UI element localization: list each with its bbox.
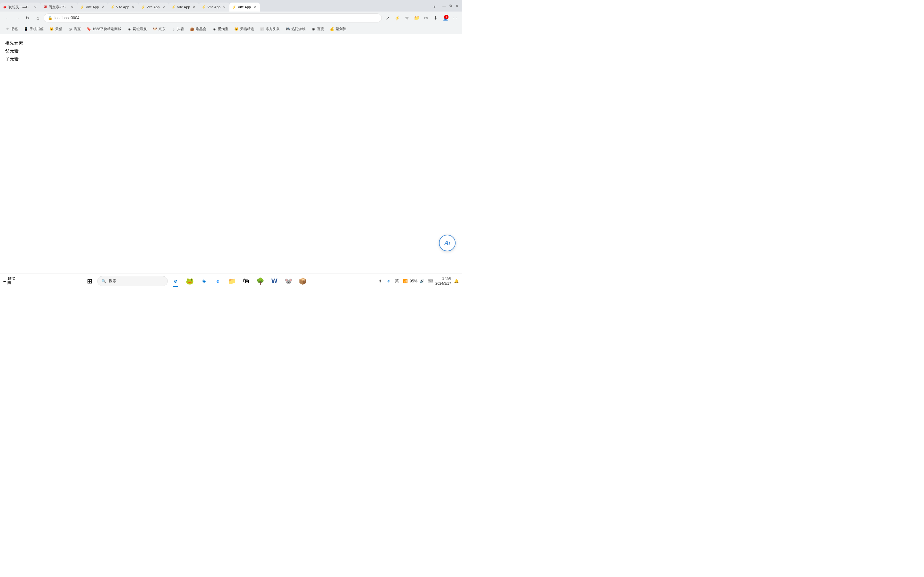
weather-widget[interactable]: ☁ 15°C 阴 [3,277,15,285]
tab-lx[interactable]: 联联想头一—C...✕ [0,3,40,11]
tab-vite4-close[interactable]: ✕ [191,5,196,10]
minimize-button[interactable]: — [441,3,447,8]
taskbar-center: ⊞ 🔍 搜索 e 🐸 ◈ e 📁 🛍 🌳 W 🐭 📦 [17,275,376,287]
bm-shuqian-icon: ☆ [5,27,10,31]
bm-tianmaojingxuan-icon: 🐱 [234,27,239,31]
bm-tianmaojingxuan[interactable]: 🐱天猫精选 [232,26,257,33]
tab-vite6-close[interactable]: ✕ [252,5,257,10]
taskbar-app-store[interactable]: 🛍 [240,275,252,287]
taskbar-app-ie[interactable]: e [212,275,224,287]
bm-shoujishuqian-label: 手机书签 [29,27,44,31]
tab-vite2-close[interactable]: ✕ [131,5,136,10]
favorite-button[interactable]: ☆ [402,13,411,23]
start-icon: ⊞ [87,277,92,285]
bm-baidu-icon: ◉ [311,27,316,31]
bm-jingdong[interactable]: 🐶京东 [150,26,168,33]
start-button[interactable]: ⊞ [83,275,96,287]
bm-taobao[interactable]: ◎淘宝 [65,26,83,33]
tab-vite5-title: Vite App [207,5,220,9]
screenshot-button[interactable]: ✂ [422,13,431,23]
download-button[interactable]: ⬇ [431,13,440,23]
share-button[interactable]: ↗ [383,13,392,23]
bm-shoujishuqian-icon: 📱 [24,27,28,31]
bm-dongfang-label: 东方头条 [266,27,280,31]
address-bar[interactable]: 🔒 localhost:3004 [44,13,382,23]
tab-lx-close[interactable]: ✕ [33,5,38,10]
tray-icon-unknown[interactable]: ⬆ [377,278,383,284]
weather-temp: 15°C [7,277,15,280]
tab-vite2[interactable]: ⚡Vite App✕ [108,3,138,11]
tray-icon-keyboard[interactable]: 英 [394,278,400,284]
bm-wangzhi[interactable]: ◈网址导航 [124,26,150,33]
taskbar-search[interactable]: 🔍 搜索 [97,276,168,286]
ai-fab-button[interactable]: Ai [439,235,456,251]
nav-bar: ← → ↻ ⌂ 🔒 localhost:3004 ↗ ⚡ ☆ 📁 ✂ ⬇ 👤 1… [0,11,462,24]
bm-shuqian[interactable]: ☆书签 [3,26,21,33]
bm-tianmao[interactable]: 🐱天猫 [47,26,65,33]
tab-xw-close[interactable]: ✕ [69,5,75,10]
home-button[interactable]: ⌂ [33,13,42,23]
bm-aitaobao-label: 爱淘宝 [218,27,228,31]
taskbar-app-winrar[interactable]: 📦 [296,275,309,287]
bm-wangzhi-icon: ◈ [127,27,132,31]
taskbar: ☁ 15°C 阴 ⊞ 🔍 搜索 e 🐸 ◈ e 📁 � [0,273,462,288]
bm-aitaobao[interactable]: ◈爱淘宝 [210,26,231,33]
system-clock[interactable]: 17:56 2024/3/17 [435,276,451,286]
bm-shoujishuqian[interactable]: 📱手机书签 [21,26,46,33]
bm-youxi-icon: 🎮 [286,27,290,31]
tab-xw[interactable]: 写写文章-CS...✕ [40,3,78,11]
bm-jingdong-icon: 🐶 [153,27,157,31]
taskbar-app-word[interactable]: W [268,275,281,287]
tab-vite6[interactable]: ⚡Vite App✕ [229,3,260,11]
taskbar-app-sourcetree[interactable]: 🌳 [254,275,267,287]
tab-vite1-close[interactable]: ✕ [100,5,105,10]
collections-button[interactable]: 📁 [412,13,421,23]
bm-youxi[interactable]: 🎮热门游戏 [283,26,308,33]
close-button[interactable]: ✕ [454,3,459,8]
settings-button[interactable]: ⋯ [451,13,459,23]
forward-button[interactable]: → [13,13,22,23]
new-tab-button[interactable]: + [430,3,439,11]
refresh-button[interactable]: ↻ [23,13,32,23]
bm-weipin[interactable]: 👜唯品会 [187,26,209,33]
tab-vite5-close[interactable]: ✕ [222,5,227,10]
tray-icon-input[interactable]: ⌨ [427,278,433,284]
tab-vite5[interactable]: ⚡Vite App✕ [199,3,229,11]
bm-1688[interactable]: 🔖1688平价精选商城 [84,26,124,33]
tab-vite4[interactable]: ⚡Vite App✕ [169,3,199,11]
taskbar-app-frog[interactable]: 🐸 [183,275,196,287]
clock-date: 2024/3/17 [435,281,451,286]
restore-button[interactable]: ⧉ [448,3,453,8]
bm-jusuan[interactable]: 💰聚划算 [327,26,349,33]
nav-actions: ↗ ⚡ ☆ 📁 ✂ ⬇ 👤 1 ⋯ [383,13,459,23]
tab-vite3-favicon: ⚡ [141,5,145,9]
tray-icon-wifi[interactable]: 📶 [402,278,409,284]
bm-dongfang-icon: 📰 [260,27,264,31]
tray-icon-edge[interactable]: e [385,278,392,284]
taskbar-app-mouse[interactable]: 🐭 [282,275,295,287]
tab-vite1[interactable]: ⚡Vite App✕ [78,3,108,11]
taskbar-app-files[interactable]: 📁 [226,275,238,287]
taskbar-app-edge[interactable]: e [169,275,182,287]
profile-badge: 1 [444,15,449,19]
content-line: 祖先元素 [5,39,457,47]
lightning-button[interactable]: ⚡ [393,13,402,23]
tab-vite3[interactable]: ⚡Vite App✕ [138,3,169,11]
bm-dongfang[interactable]: 📰东方头条 [257,26,282,33]
tray-icon-battery[interactable]: 95% [410,278,417,284]
taskbar-app-edge2[interactable]: ◈ [197,275,210,287]
bm-baidu[interactable]: ◉百度 [309,26,326,33]
tab-vite3-close[interactable]: ✕ [161,5,166,10]
taskbar-right: ⬆ e 英 📶 95% 🔊 ⌨ 17:56 2024/3/17 🔔 [377,276,459,286]
notification-bell[interactable]: 🔔 [453,278,459,284]
tray-icon-volume[interactable]: 🔊 [419,278,425,284]
bm-youxi-label: 热门游戏 [291,27,305,31]
profile-button[interactable]: 👤 1 [441,13,450,23]
page-content: 祖先元素父元素子元素 Ai [0,34,462,273]
bm-weipin-label: 唯品会 [196,27,206,31]
bm-douyin-label: 抖音 [177,27,184,31]
tab-xw-favicon: 写 [43,5,47,9]
back-button[interactable]: ← [3,13,11,23]
bm-douyin[interactable]: ♪抖音 [169,26,187,33]
bm-aitaobao-icon: ◈ [212,27,216,31]
